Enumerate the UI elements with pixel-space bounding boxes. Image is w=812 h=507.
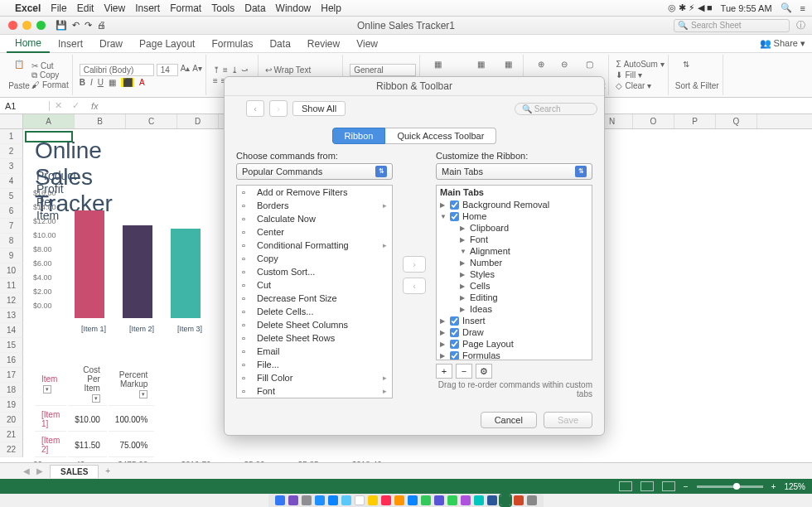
- sheet-nav-prev-icon[interactable]: ◀: [23, 466, 30, 476]
- col-header-Q[interactable]: Q: [716, 114, 757, 128]
- dock-siri-icon[interactable]: [288, 495, 298, 505]
- close-window-button[interactable]: [8, 21, 17, 30]
- dock-trash-icon[interactable]: [527, 495, 537, 505]
- spotlight-icon[interactable]: 🔍: [781, 2, 792, 13]
- dock-word-icon[interactable]: [487, 495, 497, 505]
- menu-insert[interactable]: Insert: [135, 2, 160, 14]
- menu-format[interactable]: Format: [170, 2, 201, 14]
- increase-font-icon[interactable]: A▴: [181, 64, 191, 76]
- row-header[interactable]: 3: [0, 159, 23, 174]
- tab-checkbox[interactable]: [450, 212, 459, 221]
- command-item[interactable]: ▫Fill Color▸: [237, 371, 392, 384]
- share-button[interactable]: 👥 Share ▾: [760, 38, 805, 49]
- tree-item[interactable]: ▶Draw: [437, 326, 592, 338]
- filter-icon[interactable]: ▾: [43, 385, 51, 394]
- commands-from-select[interactable]: Popular Commands⇅: [236, 163, 393, 180]
- tab-checkbox[interactable]: [450, 340, 459, 349]
- font-size-select[interactable]: 14: [157, 64, 178, 76]
- command-item[interactable]: ▫Center: [237, 225, 392, 239]
- tab-page-layout[interactable]: Page Layout: [131, 36, 203, 52]
- dialog-search-field[interactable]: 🔍 Search: [515, 103, 597, 115]
- minimize-window-button[interactable]: [22, 21, 31, 30]
- col-header-D[interactable]: D: [177, 114, 219, 128]
- dock-ppt-icon[interactable]: [514, 495, 524, 505]
- sheet-tab-sales[interactable]: SALES: [50, 465, 99, 478]
- tab-view[interactable]: View: [348, 36, 386, 52]
- italic-button[interactable]: I: [90, 78, 93, 87]
- command-item[interactable]: ▫Cut: [237, 278, 392, 292]
- command-item[interactable]: ▫Add or Remove Filters: [237, 186, 392, 199]
- dock-contacts-icon[interactable]: [341, 495, 351, 505]
- row-header[interactable]: 7: [0, 219, 23, 234]
- decrease-font-icon[interactable]: A▾: [192, 64, 202, 76]
- tab-checkbox[interactable]: [450, 316, 459, 326]
- forward-button[interactable]: ›: [269, 100, 288, 117]
- row-header[interactable]: 4: [0, 174, 23, 189]
- app-menu[interactable]: Excel: [15, 2, 41, 14]
- col-header-P[interactable]: P: [674, 114, 716, 128]
- row-header[interactable]: 12: [0, 293, 23, 308]
- tree-item[interactable]: ▶Formulas: [437, 350, 592, 360]
- align-left-icon[interactable]: ≡: [213, 76, 218, 85]
- command-item[interactable]: ▫Font Color▸: [237, 398, 392, 398]
- qat-save-icon[interactable]: 💾: [56, 20, 67, 31]
- row-header[interactable]: 15: [0, 338, 23, 353]
- fill-button[interactable]: ⬇ Fill ▾: [616, 70, 664, 80]
- col-markup[interactable]: Percent Markup▾: [109, 363, 154, 406]
- add-sheet-button[interactable]: +: [99, 465, 117, 477]
- row-header[interactable]: 2: [0, 144, 23, 159]
- col-cost[interactable]: Cost Per Item▾: [68, 363, 107, 406]
- commands-list[interactable]: ▫Add or Remove Filters▫Borders▸▫Calculat…: [236, 185, 393, 398]
- row-header[interactable]: 9: [0, 249, 23, 263]
- font-color-button[interactable]: A: [139, 78, 145, 87]
- row-header[interactable]: 22: [0, 442, 23, 457]
- tree-child[interactable]: ▶Editing: [437, 292, 592, 303]
- col-item[interactable]: Item▾: [35, 363, 66, 406]
- fx-label[interactable]: fx: [85, 101, 105, 111]
- tree-item[interactable]: ▶Insert: [437, 315, 592, 326]
- clear-button[interactable]: ◇ Clear ▾: [616, 81, 664, 90]
- ribbon-tabs-select[interactable]: Main Tabs⇅: [436, 163, 592, 180]
- border-button[interactable]: ▦: [109, 78, 116, 87]
- dock-photos-icon[interactable]: [434, 495, 444, 505]
- enter-formula-icon[interactable]: ✓: [67, 100, 85, 111]
- tree-child[interactable]: ▶Styles: [437, 268, 592, 280]
- bar-chart[interactable]: $16.00$14.00$12.00$10.00$8.00$6.00$4.00$…: [33, 189, 232, 338]
- row-header[interactable]: 21: [0, 427, 23, 442]
- cancel-formula-icon[interactable]: ✕: [50, 100, 67, 111]
- dock-podcast-icon[interactable]: [461, 495, 471, 505]
- tab-checkbox[interactable]: [450, 200, 459, 210]
- cancel-button[interactable]: Cancel: [481, 412, 537, 428]
- tab-draw[interactable]: Draw: [91, 36, 131, 52]
- row-header[interactable]: 6: [0, 204, 23, 219]
- tree-item[interactable]: ▶Page Layout: [437, 338, 592, 350]
- zoom-window-button[interactable]: [36, 21, 46, 30]
- view-break-icon[interactable]: [662, 481, 675, 491]
- list-icon[interactable]: ≡: [800, 3, 805, 13]
- zoom-slider[interactable]: [697, 485, 763, 488]
- menu-window[interactable]: Window: [276, 2, 312, 14]
- dock-music-icon[interactable]: [381, 495, 391, 505]
- dock-excel-icon[interactable]: [500, 495, 510, 505]
- dock-appstore-icon[interactable]: [408, 495, 418, 505]
- command-item[interactable]: ▫Delete Sheet Rows: [237, 331, 392, 345]
- format-painter-button[interactable]: 🖌Format: [31, 80, 69, 89]
- wrap-text-button[interactable]: ↩Wrap Text: [265, 65, 340, 75]
- name-box[interactable]: A1: [0, 101, 50, 111]
- col-header-A[interactable]: A: [23, 114, 75, 128]
- clock[interactable]: Tue 9:55 AM: [721, 3, 772, 13]
- ribbon-tree[interactable]: Main Tabs▶Background Removal▼Home▶Clipbo…: [436, 185, 592, 360]
- add-command-button[interactable]: ›: [403, 256, 426, 273]
- command-item[interactable]: ▫Custom Sort...: [237, 265, 392, 278]
- orientation-icon[interactable]: ⤻: [241, 65, 248, 75]
- qat-undo-icon[interactable]: ↶: [72, 20, 80, 31]
- menu-data[interactable]: Data: [244, 2, 265, 14]
- tab-home[interactable]: Home: [7, 35, 50, 53]
- tab-review[interactable]: Review: [299, 36, 348, 52]
- command-item[interactable]: ▫Decrease Font Size: [237, 292, 392, 305]
- tab-insert[interactable]: Insert: [50, 36, 91, 52]
- seg-qat[interactable]: Quick Access Toolbar: [385, 128, 496, 144]
- dock-messages-icon[interactable]: [447, 495, 457, 505]
- tree-item[interactable]: ▼Home: [437, 210, 592, 222]
- table-row[interactable]: [Item 1]$10.00100.00%: [35, 408, 154, 432]
